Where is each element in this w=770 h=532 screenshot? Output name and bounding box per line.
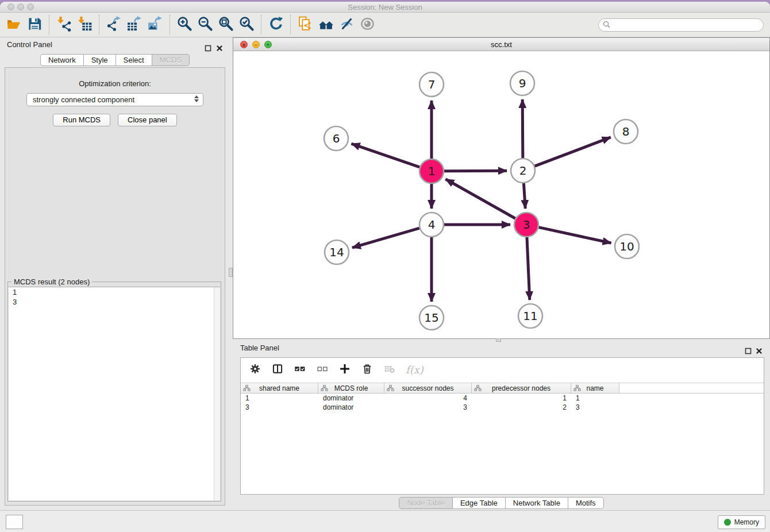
search-input[interactable] xyxy=(613,21,763,29)
table-cell: 4 xyxy=(384,394,472,403)
show-all-icon xyxy=(360,16,375,33)
trash-icon xyxy=(361,363,373,376)
export-network-button[interactable] xyxy=(103,14,124,36)
tab-select[interactable]: Select xyxy=(116,54,152,66)
graph-node-10[interactable]: 10 xyxy=(615,234,639,259)
table-header-row: shared nameMCDS rolesuccessor nodesprede… xyxy=(241,383,764,394)
column-header-MCDS-role[interactable]: MCDS role xyxy=(318,383,384,393)
graph-edge-3-1[interactable] xyxy=(445,179,515,218)
graph-edge-1-6[interactable] xyxy=(351,144,419,167)
window-titlebar: Session: New Session xyxy=(0,2,770,13)
vertical-splitter-grip[interactable] xyxy=(229,268,233,277)
graph-edge-1-2[interactable] xyxy=(444,171,507,171)
tab-network[interactable]: Network xyxy=(40,54,84,66)
graph-node-1[interactable]: 1 xyxy=(419,159,444,183)
optimization-criterion-label: Optimization criterion: xyxy=(5,79,225,88)
graph-node-15[interactable]: 15 xyxy=(419,306,444,330)
graph-edge-2-8[interactable] xyxy=(535,137,611,166)
graph-node-4[interactable]: 4 xyxy=(419,213,444,237)
add-icon xyxy=(339,363,351,376)
task-history-button[interactable] xyxy=(6,515,23,529)
search-box[interactable] xyxy=(598,18,764,32)
show-all-button[interactable] xyxy=(357,14,378,36)
close-table-panel-icon[interactable] xyxy=(756,345,763,352)
graph-edge-2-9[interactable] xyxy=(522,99,523,158)
optimization-criterion-value: strongly connected component xyxy=(33,95,134,104)
network-graph[interactable]: 7968124314101511 xyxy=(233,51,769,339)
svg-text:3: 3 xyxy=(523,218,530,232)
tab-mcds[interactable]: MCDS xyxy=(152,54,190,66)
zoom-out-button[interactable] xyxy=(195,14,215,36)
tab-edge-table[interactable]: Edge Table xyxy=(453,497,506,509)
graph-edge-3-10[interactable] xyxy=(538,228,611,243)
graph-node-3[interactable]: 3 xyxy=(514,213,538,237)
network-canvas[interactable]: 7968124314101511 xyxy=(233,51,769,338)
control-panel-tabs: NetworkStyleSelectMCDS xyxy=(0,54,230,66)
hierarchy-icon xyxy=(573,385,581,392)
import-network-button[interactable] xyxy=(53,14,74,36)
column-header-shared-name[interactable]: shared name xyxy=(241,383,318,393)
mcds-result-group: MCDS result (2 nodes) 13 xyxy=(7,282,221,502)
svg-text:7: 7 xyxy=(428,78,436,91)
add-button[interactable] xyxy=(338,363,351,376)
deselect-checks-button[interactable] xyxy=(316,363,329,376)
control-panel-header: Control Panel xyxy=(0,37,230,53)
column-header-predecessor-nodes[interactable]: predecessor nodes xyxy=(472,383,571,393)
open-folder-button[interactable] xyxy=(3,14,24,36)
close-panel-button[interactable]: Close panel xyxy=(118,114,177,126)
node-table-container: f(x) shared nameMCDS rolesuccessor nodes… xyxy=(240,357,764,495)
graph-node-9[interactable]: 9 xyxy=(510,71,534,95)
gear-icon xyxy=(249,363,261,376)
tab-network-table[interactable]: Network Table xyxy=(506,497,568,509)
export-table-button[interactable] xyxy=(124,14,145,36)
tab-motifs[interactable]: Motifs xyxy=(568,497,604,509)
copy-network-button[interactable] xyxy=(295,14,315,36)
fx-button: f(x) xyxy=(406,363,424,376)
float-panel-icon[interactable] xyxy=(205,42,211,49)
graph-node-7[interactable]: 7 xyxy=(419,72,444,97)
tab-style[interactable]: Style xyxy=(84,54,116,66)
table-row[interactable]: 3dominator323 xyxy=(241,403,764,412)
graph-edge-4-14[interactable] xyxy=(352,228,419,248)
toolbar-separator xyxy=(170,15,170,34)
zoom-selected-button[interactable] xyxy=(236,14,257,36)
zoom-in-button[interactable] xyxy=(174,14,195,36)
gear-button[interactable] xyxy=(249,363,261,376)
table-row[interactable]: 1dominator411 xyxy=(241,394,764,403)
result-scrollbar[interactable] xyxy=(214,287,220,500)
export-image-button[interactable] xyxy=(145,14,165,36)
hierarchy-icon xyxy=(243,385,251,392)
refresh-icon xyxy=(268,16,284,33)
svg-text:11: 11 xyxy=(523,309,537,323)
hide-selected-button[interactable] xyxy=(336,14,357,36)
graph-node-2[interactable]: 2 xyxy=(511,159,535,183)
save-button[interactable] xyxy=(24,14,45,36)
column-header-name[interactable]: name xyxy=(571,383,619,393)
optimization-criterion-select[interactable]: strongly connected component xyxy=(26,93,203,106)
graph-node-8[interactable]: 8 xyxy=(614,119,638,144)
control-panel-title: Control Panel xyxy=(7,40,52,49)
refresh-button[interactable] xyxy=(265,14,286,36)
run-mcds-button[interactable]: Run MCDS xyxy=(53,114,110,126)
close-panel-icon[interactable] xyxy=(216,42,223,49)
graph-node-14[interactable]: 14 xyxy=(325,240,349,264)
float-table-panel-icon[interactable] xyxy=(745,345,752,352)
deselect-checks-icon xyxy=(317,363,328,376)
table-cell: 1 xyxy=(571,394,619,403)
zoom-fit-button[interactable] xyxy=(215,14,236,36)
columns-button[interactable] xyxy=(271,363,284,376)
home-button[interactable] xyxy=(315,14,336,36)
graph-edge-3-11[interactable] xyxy=(527,237,530,300)
column-header-successor-nodes[interactable]: successor nodes xyxy=(384,383,472,393)
trash-button[interactable] xyxy=(361,363,374,376)
memory-button[interactable]: Memory xyxy=(718,515,765,529)
select-all-checks-button[interactable] xyxy=(294,363,306,376)
svg-text:10: 10 xyxy=(619,240,634,253)
graph-node-11[interactable]: 11 xyxy=(518,304,542,328)
graph-node-6[interactable]: 6 xyxy=(324,126,348,151)
memory-label: Memory xyxy=(734,518,759,526)
mcds-result-area[interactable]: 13 xyxy=(9,287,220,500)
tab-node-table[interactable]: Node Table xyxy=(399,497,453,509)
graph-edge-2-3[interactable] xyxy=(523,183,525,209)
import-table-button[interactable] xyxy=(74,14,95,36)
